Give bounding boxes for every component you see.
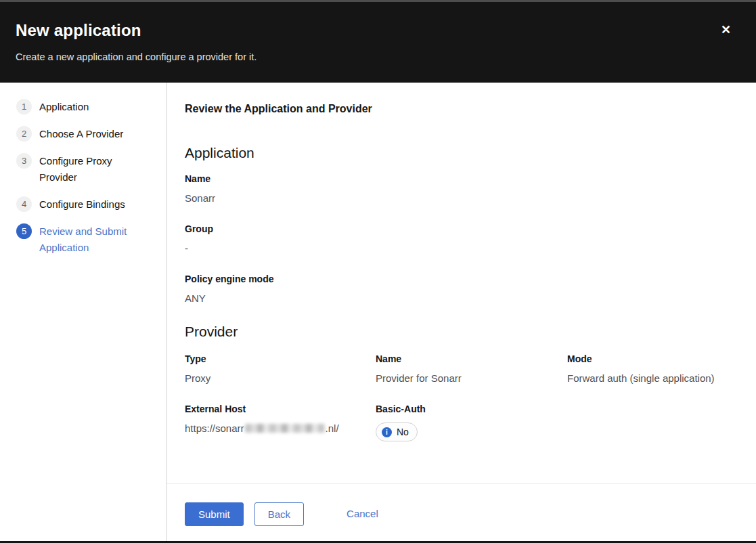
info-icon: i (382, 427, 392, 437)
step-label: Choose A Provider (39, 126, 123, 142)
external-host-prefix: https://sonarr (185, 422, 244, 434)
field-value: Provider for Sonarr (376, 372, 567, 385)
step-choose-provider[interactable]: 2 Choose A Provider (16, 126, 156, 142)
field-label: Basic-Auth (376, 404, 567, 414)
field-value: Sonarr (185, 192, 738, 204)
field-label: Group (185, 223, 738, 234)
step-number-badge: 3 (16, 153, 32, 169)
back-button[interactable]: Back (254, 502, 304, 526)
field-value: Forward auth (single application) (567, 372, 738, 385)
field-policy-engine-mode: Policy engine mode ANY (185, 274, 738, 305)
cancel-button[interactable]: Cancel (347, 502, 378, 525)
field-basic-auth: Basic-Auth i No (376, 404, 567, 441)
wizard-footer: Submit Back Cancel (167, 483, 756, 541)
page-subtitle: Create a new application and configure a… (16, 50, 740, 64)
wizard-header: New application Create a new application… (0, 2, 756, 83)
field-label: Policy engine mode (185, 274, 738, 284)
page-title: New application (16, 20, 740, 41)
field-application-name: Name Sonarr (185, 173, 738, 204)
wizard-main: Review the Application and Provider Appl… (167, 83, 756, 541)
provider-grid: Type Proxy Name Provider for Sonarr Mode… (185, 353, 738, 441)
field-label: External Host (185, 404, 376, 414)
close-icon[interactable]: ✕ (718, 21, 734, 39)
wizard-body: 1 Application 2 Choose A Provider 3 Conf… (0, 83, 756, 541)
step-configure-bindings[interactable]: 4 Configure Bindings (16, 196, 156, 213)
step-review-and-submit[interactable]: 5 Review and Submit Application (16, 223, 156, 256)
wizard-step-nav: 1 Application 2 Choose A Provider 3 Conf… (0, 83, 167, 541)
external-host-suffix: .nl/ (326, 422, 339, 434)
application-section-title: Application (185, 145, 738, 161)
step-label: Application (39, 99, 89, 115)
field-provider-name: Name Provider for Sonarr (376, 353, 567, 385)
redacted-blur (245, 424, 325, 433)
step-configure-proxy-provider[interactable]: 3 Configure Proxy Provider (16, 153, 156, 186)
provider-section-title: Provider (185, 324, 738, 340)
review-heading: Review the Application and Provider (185, 103, 738, 115)
field-provider-mode: Mode Forward auth (single application) (567, 353, 738, 385)
step-number-badge: 1 (16, 99, 32, 114)
step-label: Review and Submit Application (39, 223, 134, 256)
submit-button[interactable]: Submit (185, 502, 244, 526)
step-number-badge: 4 (16, 196, 32, 212)
field-label: Mode (567, 353, 738, 364)
field-label: Type (185, 353, 376, 364)
field-value: Proxy (185, 372, 376, 385)
field-value: ANY (185, 292, 738, 305)
step-label: Configure Proxy Provider (39, 153, 134, 186)
step-number-badge: 2 (16, 126, 32, 142)
step-application[interactable]: 1 Application (16, 99, 156, 115)
review-panel: Review the Application and Provider Appl… (167, 83, 756, 483)
field-external-host: External Host https://sonarr.nl/ (185, 404, 376, 441)
badge-text: No (397, 427, 409, 437)
step-number-badge: 5 (16, 223, 32, 239)
field-label: Name (185, 173, 738, 184)
field-application-group: Group - (185, 223, 738, 255)
field-value: - (185, 242, 738, 255)
field-provider-type: Type Proxy (185, 353, 376, 385)
external-host-value: https://sonarr.nl/ (185, 422, 376, 435)
new-application-modal: New application Create a new application… (0, 0, 756, 543)
field-label: Name (376, 353, 567, 364)
basic-auth-badge: i No (376, 422, 418, 441)
step-label: Configure Bindings (39, 196, 125, 213)
